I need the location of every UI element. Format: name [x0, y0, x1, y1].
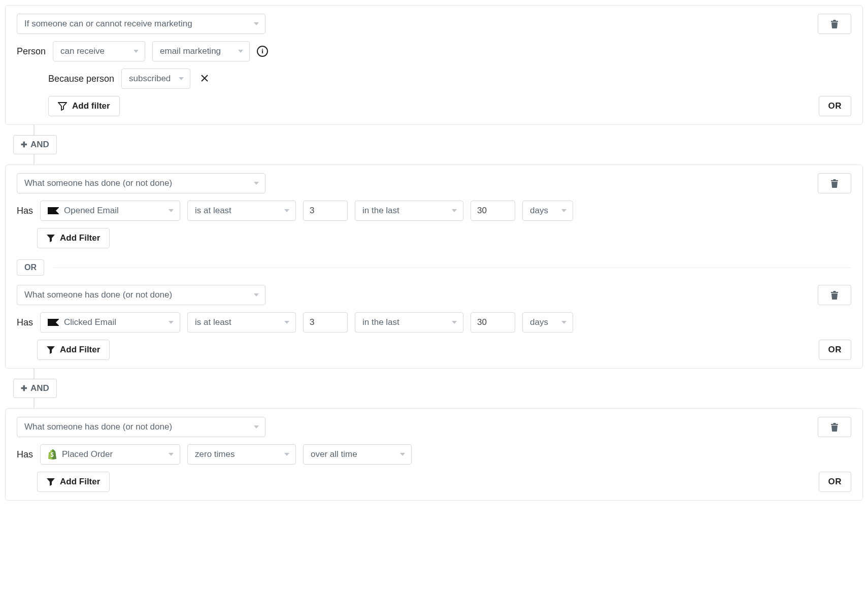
chevron-down-icon	[254, 425, 259, 429]
event-value: Clicked Email	[64, 317, 116, 327]
filter-icon	[58, 102, 67, 111]
range-value-input[interactable]	[471, 201, 515, 221]
channel-select[interactable]: email marketing	[152, 41, 250, 61]
add-filter-button[interactable]: Add Filter	[37, 472, 110, 492]
add-filter-label: Add Filter	[60, 233, 100, 243]
range-unit-value: days	[530, 206, 548, 216]
count-input[interactable]	[303, 201, 348, 221]
add-and-button[interactable]: ✚ AND	[13, 379, 57, 398]
or-divider: OR	[17, 259, 851, 276]
range-unit-select[interactable]: days	[522, 312, 573, 333]
trash-icon	[830, 19, 839, 28]
info-icon: i	[257, 46, 268, 57]
range-value: over all time	[311, 449, 357, 459]
chevron-down-icon	[238, 50, 243, 53]
range-unit-select[interactable]: days	[522, 201, 573, 221]
has-label: Has	[17, 206, 33, 216]
can-receive-value: can receive	[60, 46, 105, 56]
and-connector: ✚ AND	[26, 125, 863, 164]
add-filter-label: Add Filter	[60, 345, 100, 355]
condition-type-select[interactable]: What someone has done (or not done)	[17, 285, 265, 305]
range-select[interactable]: over all time	[303, 444, 412, 465]
because-person-label: Because person	[48, 74, 114, 84]
condition-type-label: What someone has done (or not done)	[24, 422, 172, 432]
condition-type-label: If someone can or cannot receive marketi…	[24, 19, 192, 29]
chevron-down-icon	[254, 22, 259, 25]
count-field[interactable]	[310, 206, 338, 216]
chevron-down-icon	[179, 77, 184, 80]
range-select[interactable]: in the last	[355, 312, 463, 333]
chevron-down-icon	[452, 209, 457, 212]
event-select[interactable]: Opened Email	[40, 201, 180, 221]
plus-icon: ✚	[21, 140, 27, 149]
chevron-down-icon	[133, 50, 139, 53]
event-value: Placed Order	[62, 449, 113, 459]
delete-button[interactable]	[818, 285, 851, 305]
delete-button[interactable]	[818, 173, 851, 193]
or-button[interactable]: OR	[819, 96, 852, 116]
or-button[interactable]: OR	[819, 472, 852, 492]
add-filter-button[interactable]: Add filter	[48, 96, 120, 116]
chevron-down-icon	[561, 209, 566, 212]
klaviyo-icon	[48, 319, 59, 326]
remove-reason-button[interactable]	[197, 72, 212, 85]
filter-icon	[47, 478, 55, 486]
delete-button[interactable]	[818, 14, 851, 34]
delete-button[interactable]	[818, 417, 851, 437]
chevron-down-icon	[169, 453, 174, 456]
range-value-input[interactable]	[471, 312, 515, 333]
comparator-select[interactable]: is at least	[187, 312, 296, 333]
chevron-down-icon	[400, 453, 405, 456]
condition-type-select[interactable]: What someone has done (or not done)	[17, 173, 265, 193]
range-value: in the last	[362, 317, 399, 327]
count-input[interactable]	[303, 312, 348, 333]
add-filter-label: Add Filter	[60, 477, 100, 487]
add-and-button[interactable]: ✚ AND	[13, 135, 57, 154]
condition-type-select[interactable]: If someone can or cannot receive marketi…	[17, 14, 265, 34]
and-label: AND	[30, 383, 49, 393]
chevron-down-icon	[452, 321, 457, 324]
condition-group-2: What someone has done (or not done) Has …	[5, 164, 863, 369]
and-label: AND	[30, 140, 49, 150]
divider-line	[53, 268, 851, 268]
filter-icon	[47, 346, 55, 354]
add-filter-button[interactable]: Add Filter	[37, 340, 110, 360]
condition-group-3: What someone has done (or not done) Has …	[5, 408, 863, 501]
can-receive-select[interactable]: can receive	[53, 41, 145, 61]
comparator-select[interactable]: is at least	[187, 201, 296, 221]
range-value-field[interactable]	[477, 206, 506, 216]
reason-select[interactable]: subscribed	[121, 69, 190, 89]
condition-type-select[interactable]: What someone has done (or not done)	[17, 417, 265, 437]
trash-icon	[830, 422, 839, 432]
event-value: Opened Email	[64, 206, 119, 216]
range-unit-value: days	[530, 317, 548, 327]
condition-type-label: What someone has done (or not done)	[24, 178, 172, 188]
event-select[interactable]: Placed Order	[40, 444, 180, 465]
chevron-down-icon	[169, 209, 174, 212]
channel-value: email marketing	[160, 46, 221, 56]
or-pill-label: OR	[24, 263, 37, 272]
count-field[interactable]	[310, 317, 338, 327]
comparator-value: zero times	[195, 449, 235, 459]
chevron-down-icon	[284, 453, 289, 456]
trash-icon	[830, 290, 839, 300]
close-icon	[201, 74, 209, 82]
event-select[interactable]: Clicked Email	[40, 312, 180, 333]
trash-icon	[830, 179, 839, 188]
add-filter-label: Add filter	[72, 101, 110, 111]
has-label: Has	[17, 449, 33, 460]
condition-group-1: If someone can or cannot receive marketi…	[5, 5, 863, 125]
comparator-select[interactable]: zero times	[187, 444, 296, 465]
or-button[interactable]: OR	[819, 340, 852, 360]
range-value: in the last	[362, 206, 399, 216]
chevron-down-icon	[284, 321, 289, 324]
add-filter-button[interactable]: Add Filter	[37, 228, 110, 248]
plus-icon: ✚	[21, 384, 27, 393]
and-connector: ✚ AND	[26, 369, 863, 408]
comparator-value: is at least	[195, 206, 231, 216]
range-value-field[interactable]	[477, 317, 506, 327]
comparator-value: is at least	[195, 317, 231, 327]
chevron-down-icon	[254, 293, 259, 296]
range-select[interactable]: in the last	[355, 201, 463, 221]
person-label: Person	[17, 46, 46, 57]
